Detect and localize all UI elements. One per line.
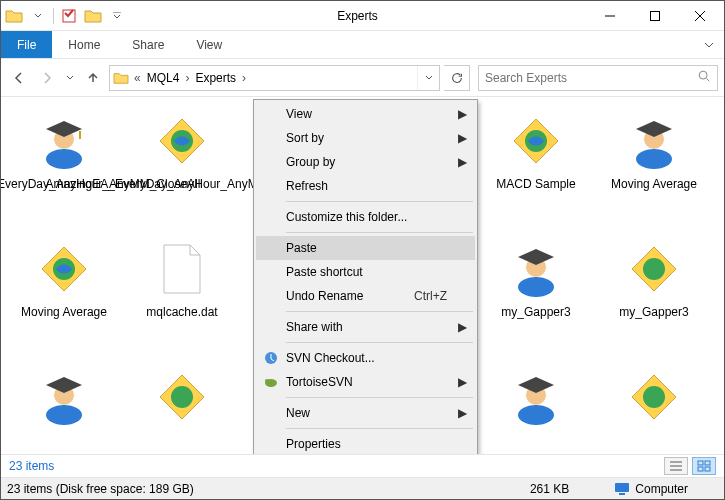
svg-point-21 <box>643 258 665 280</box>
compiled-icon <box>150 109 214 173</box>
menu-tortoisesvn[interactable]: TortoiseSVN▶ <box>256 370 475 394</box>
compiled-icon <box>504 109 568 173</box>
breadcrumb-mql4[interactable]: MQL4 <box>143 71 184 85</box>
address-dropdown-icon[interactable] <box>417 66 439 90</box>
menu-properties[interactable]: Properties <box>256 432 475 454</box>
tab-share[interactable]: Share <box>116 31 180 58</box>
qat-separator <box>53 8 54 24</box>
file-item[interactable] <box>123 359 241 454</box>
menu-shortcut: Ctrl+Z <box>414 289 447 303</box>
menu-separator <box>286 397 473 398</box>
minimize-button[interactable] <box>587 1 632 30</box>
search-input[interactable] <box>485 71 697 85</box>
file-item-label: mqlcache.dat <box>146 305 217 320</box>
history-dropdown-icon[interactable] <box>63 66 77 90</box>
svg-point-28 <box>518 405 554 425</box>
context-menu: View▶ Sort by▶ Group by▶ Refresh Customi… <box>253 99 478 454</box>
menu-label: Paste shortcut <box>286 265 363 279</box>
menu-separator <box>286 311 473 312</box>
file-icon <box>150 237 214 301</box>
up-button[interactable] <box>81 66 105 90</box>
tab-home[interactable]: Home <box>52 31 116 58</box>
expert-icon <box>32 365 96 429</box>
svg-rect-5 <box>60 129 68 135</box>
menu-sort-by[interactable]: Sort by▶ <box>256 126 475 150</box>
tab-view[interactable]: View <box>180 31 238 58</box>
menu-view[interactable]: View▶ <box>256 102 475 126</box>
file-item[interactable] <box>477 359 595 454</box>
back-button[interactable] <box>7 66 31 90</box>
file-item[interactable]: AmazingEA_EveryDay_AnyHour_AnyMM_CloseAl… <box>123 103 241 231</box>
menu-label: Undo Rename <box>286 289 363 303</box>
breadcrumb-experts[interactable]: Experts <box>191 71 240 85</box>
app-folder-icon <box>3 5 25 27</box>
menu-new[interactable]: New▶ <box>256 401 475 425</box>
chevron-right-icon[interactable]: › <box>240 71 248 85</box>
expert-icon <box>504 365 568 429</box>
file-item[interactable]: my_Gapper3 <box>595 231 713 359</box>
svg-rect-37 <box>705 467 710 471</box>
menu-label: View <box>286 107 312 121</box>
close-button[interactable] <box>677 1 722 30</box>
file-item-label: Moving Average <box>611 177 697 192</box>
window-title: Experts <box>128 9 587 23</box>
compiled-icon <box>32 237 96 301</box>
search-box[interactable] <box>478 65 718 91</box>
refresh-button[interactable] <box>444 65 470 91</box>
file-item[interactable]: AmazingEA_EveryDay_AnyHour_AnyMM_CloseAl… <box>5 103 123 231</box>
svg-rect-1 <box>650 11 659 20</box>
menu-share-with[interactable]: Share with▶ <box>256 315 475 339</box>
svg-point-19 <box>518 277 554 297</box>
compiled-icon <box>622 237 686 301</box>
menu-customize-folder[interactable]: Customize this folder... <box>256 205 475 229</box>
chevron-right-icon[interactable]: › <box>183 71 191 85</box>
breadcrumb-sep-icon[interactable]: « <box>132 71 143 85</box>
address-folder-icon <box>110 71 132 85</box>
menu-label: Group by <box>286 155 335 169</box>
menu-undo-rename[interactable]: Undo RenameCtrl+Z <box>256 284 475 308</box>
svg-rect-35 <box>705 461 710 465</box>
item-count: 23 items <box>9 459 54 473</box>
menu-paste-shortcut[interactable]: Paste shortcut <box>256 260 475 284</box>
icons-view-button[interactable] <box>692 457 716 475</box>
tab-file[interactable]: File <box>1 31 52 58</box>
qat-customize-icon[interactable] <box>106 5 128 27</box>
submenu-arrow-icon: ▶ <box>458 107 467 121</box>
menu-label: Paste <box>286 241 317 255</box>
new-folder-icon[interactable] <box>82 5 104 27</box>
titlebar: Experts <box>1 1 724 31</box>
maximize-button[interactable] <box>632 1 677 30</box>
file-item[interactable] <box>5 359 123 454</box>
selection-size: 261 KB <box>530 482 569 496</box>
address-bar[interactable]: « MQL4 › Experts › <box>109 65 440 91</box>
submenu-arrow-icon: ▶ <box>458 406 467 420</box>
menu-label: New <box>286 406 310 420</box>
file-item[interactable]: Moving Average <box>595 103 713 231</box>
forward-button[interactable] <box>35 66 59 90</box>
menu-svn-checkout[interactable]: SVN Checkout... <box>256 346 475 370</box>
file-item-label: Moving Average <box>21 305 107 320</box>
file-item[interactable]: MACD Sample <box>477 103 595 231</box>
file-item[interactable]: mqlcache.dat <box>123 231 241 359</box>
menu-paste[interactable]: Paste <box>256 236 475 260</box>
file-item-label: my_Gapper3 <box>501 305 570 320</box>
compiled-icon <box>622 365 686 429</box>
menu-label: Properties <box>286 437 341 451</box>
computer-icon <box>613 482 631 496</box>
properties-icon[interactable] <box>58 5 80 27</box>
details-view-button[interactable] <box>664 457 688 475</box>
menu-refresh[interactable]: Refresh <box>256 174 475 198</box>
submenu-arrow-icon: ▶ <box>458 131 467 145</box>
file-item[interactable]: my_Gapper3 <box>477 231 595 359</box>
menu-group-by[interactable]: Group by▶ <box>256 150 475 174</box>
computer-label: Computer <box>635 482 688 496</box>
compiled-icon <box>150 365 214 429</box>
menu-separator <box>286 428 473 429</box>
file-item[interactable]: Moving Average <box>5 231 123 359</box>
ribbon-expand-icon[interactable] <box>694 31 724 58</box>
file-view[interactable]: AmazingEA_EveryDay_AnyHour_AnyMM_CloseAl… <box>1 97 724 454</box>
file-item[interactable] <box>595 359 713 454</box>
menu-separator <box>286 232 473 233</box>
qat-dropdown-icon[interactable] <box>27 5 49 27</box>
ribbon-tabs: File Home Share View <box>1 31 724 59</box>
